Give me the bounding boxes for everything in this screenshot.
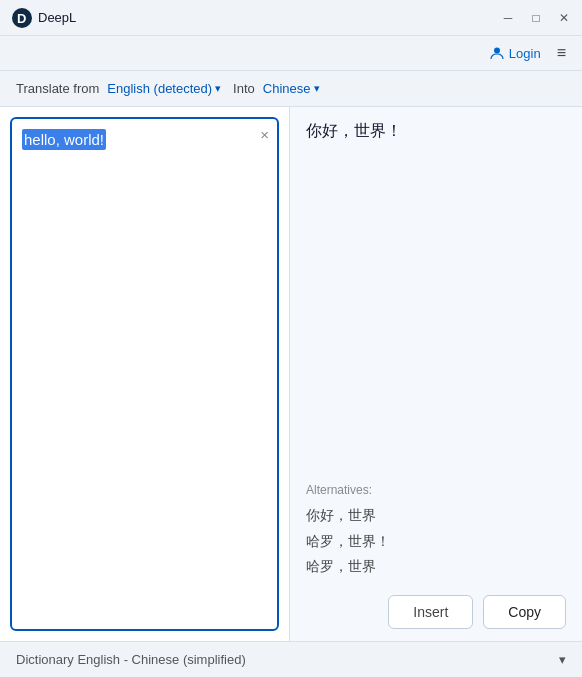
titlebar: D DeepL ─ □ ✕ <box>0 0 582 36</box>
footer[interactable]: Dictionary English - Chinese (simplified… <box>0 641 582 677</box>
alternatives-section: Alternatives: 你好，世界 哈罗，世界！ 哈罗，世界 <box>306 471 566 579</box>
dictionary-label: Dictionary English - Chinese (simplified… <box>16 652 246 667</box>
source-textarea-wrapper[interactable]: hello, world! × <box>10 117 279 631</box>
target-language-chevron: ▾ <box>314 82 320 95</box>
svg-point-2 <box>494 48 500 54</box>
header-right: Login ≡ <box>490 44 566 62</box>
alternatives-label: Alternatives: <box>306 483 566 497</box>
target-panel: 你好，世界！ Alternatives: 你好，世界 哈罗，世界！ 哈罗，世界 … <box>290 107 582 641</box>
target-language-selector[interactable]: Chinese ▾ <box>263 81 320 96</box>
window-controls: ─ □ ✕ <box>502 12 570 24</box>
footer-chevron-icon: ▾ <box>559 652 566 667</box>
source-text-display[interactable]: hello, world! <box>12 119 277 162</box>
insert-button[interactable]: Insert <box>388 595 473 629</box>
alternative-item-1[interactable]: 你好，世界 <box>306 503 566 528</box>
user-icon <box>490 46 504 60</box>
maximize-button[interactable]: □ <box>530 12 542 24</box>
menu-button[interactable]: ≡ <box>557 44 566 62</box>
close-button[interactable]: ✕ <box>558 12 570 24</box>
copy-button[interactable]: Copy <box>483 595 566 629</box>
deepl-logo-icon: D <box>12 8 32 28</box>
alternative-item-3[interactable]: 哈罗，世界 <box>306 554 566 579</box>
translation-output: 你好，世界！ <box>306 119 566 143</box>
alternative-item-2[interactable]: 哈罗，世界！ <box>306 529 566 554</box>
login-button[interactable]: Login <box>490 46 541 61</box>
target-language-label: Chinese <box>263 81 311 96</box>
translate-from-label: Translate from <box>16 81 99 96</box>
header: Login ≡ <box>0 36 582 71</box>
app-title: DeepL <box>38 10 76 25</box>
into-label: Into <box>233 81 255 96</box>
language-bar: Translate from English (detected) ▾ Into… <box>0 71 582 107</box>
login-label: Login <box>509 46 541 61</box>
minimize-button[interactable]: ─ <box>502 12 514 24</box>
source-language-label: English (detected) <box>107 81 212 96</box>
action-buttons: Insert Copy <box>306 595 566 629</box>
svg-text:D: D <box>17 11 26 26</box>
clear-input-button[interactable]: × <box>260 127 269 142</box>
source-text-selected[interactable]: hello, world! <box>22 129 106 150</box>
app-logo-area: D DeepL <box>12 8 502 28</box>
main-area: hello, world! × 你好，世界！ Alternatives: 你好，… <box>0 107 582 641</box>
source-panel: hello, world! × <box>0 107 290 641</box>
source-language-chevron: ▾ <box>215 82 221 95</box>
source-language-selector[interactable]: English (detected) ▾ <box>107 81 221 96</box>
